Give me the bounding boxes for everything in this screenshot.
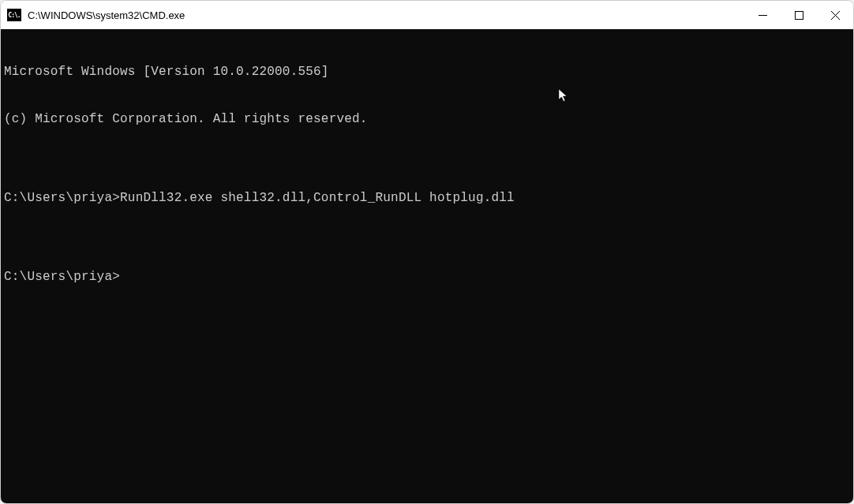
svg-rect-1: [795, 11, 803, 19]
maximize-button[interactable]: [781, 1, 817, 29]
cmd-icon: C:\.: [7, 9, 21, 21]
terminal-area[interactable]: Microsoft Windows [Version 10.0.22000.55…: [1, 29, 853, 503]
terminal-line: C:\Users\priya>RunDll32.exe shell32.dll,…: [4, 190, 850, 206]
terminal-line: Microsoft Windows [Version 10.0.22000.55…: [4, 64, 850, 80]
cmd-window: C:\. C:\WINDOWS\system32\CMD.exe: [0, 0, 854, 504]
terminal-prompt: C:\Users\priya>: [4, 269, 850, 285]
titlebar[interactable]: C:\. C:\WINDOWS\system32\CMD.exe: [1, 1, 853, 29]
terminal-line: (c) Microsoft Corporation. All rights re…: [4, 111, 850, 127]
cmd-icon-text: C:\.: [8, 12, 20, 19]
window-title: C:\WINDOWS\system32\CMD.exe: [28, 9, 744, 21]
close-icon: [831, 11, 840, 20]
window-controls: [744, 1, 853, 29]
close-button[interactable]: [817, 1, 853, 29]
minimize-icon: [758, 11, 767, 20]
minimize-button[interactable]: [744, 1, 781, 29]
maximize-icon: [795, 11, 803, 20]
